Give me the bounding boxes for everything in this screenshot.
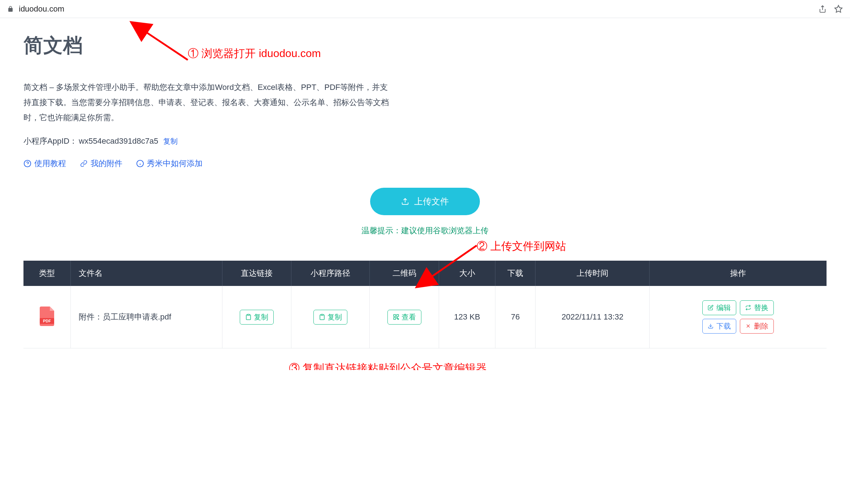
svg-rect-18 <box>396 318 397 318</box>
xiumi-label: 秀米中如何添加 <box>147 158 203 169</box>
downloads-cell: 76 <box>495 286 535 348</box>
share-icon[interactable] <box>818 5 827 13</box>
upload-tip: 温馨提示：建议使用谷歌浏览器上传 <box>361 225 489 236</box>
table-row: PDF 附件：员工应聘申请表.pdf 复制 复制 <box>23 286 827 348</box>
page-content: 简文档 简文档 – 多场景文件管理小助手。帮助您在文章中添加Word文档、Exc… <box>0 18 850 370</box>
appid-value: wx554ecad391d8c7a5 <box>79 136 158 146</box>
view-qrcode-button[interactable]: 查看 <box>387 310 421 325</box>
svg-text:PDF: PDF <box>43 319 51 323</box>
file-type-cell: PDF <box>28 306 66 328</box>
copy-direct-link-button[interactable]: 复制 <box>240 310 274 325</box>
star-icon[interactable] <box>834 5 843 13</box>
svg-rect-17 <box>394 318 395 320</box>
download-icon <box>708 323 714 330</box>
replace-button[interactable]: 替换 <box>740 300 774 315</box>
clipboard-icon <box>245 314 252 320</box>
th-direct-link: 直达链接 <box>222 261 291 286</box>
svg-marker-1 <box>835 5 842 12</box>
upload-button[interactable]: 上传文件 <box>370 188 480 215</box>
th-filename: 文件名 <box>70 261 222 286</box>
upload-button-label: 上传文件 <box>414 196 449 207</box>
filename-cell: 附件：员工应聘申请表.pdf <box>70 286 222 348</box>
svg-rect-14 <box>321 314 323 316</box>
lock-icon <box>7 6 14 12</box>
th-miniprogram: 小程序路径 <box>291 261 370 286</box>
svg-rect-15 <box>394 315 395 317</box>
th-type: 类型 <box>23 261 70 286</box>
xiumi-link[interactable]: 秀米中如何添加 <box>136 158 203 169</box>
tutorial-label: 使用教程 <box>34 158 66 169</box>
upload-time-cell: 2022/11/11 13:32 <box>535 286 650 348</box>
th-downloads: 下载 <box>495 261 535 286</box>
qrcode-icon <box>393 314 399 320</box>
copy-appid-link[interactable]: 复制 <box>163 136 178 146</box>
copy-miniprogram-button[interactable]: 复制 <box>313 310 347 325</box>
link-icon <box>80 160 88 168</box>
th-size: 大小 <box>439 261 495 286</box>
pdf-icon: PDF <box>38 306 56 328</box>
th-upload-time: 上传时间 <box>535 261 650 286</box>
my-files-link[interactable]: 我的附件 <box>80 158 122 169</box>
edit-button[interactable]: 编辑 <box>702 300 736 315</box>
upload-icon <box>401 197 409 205</box>
tutorial-link[interactable]: 使用教程 <box>23 158 66 169</box>
svg-rect-13 <box>247 314 250 316</box>
appid-row: 小程序AppID： wx554ecad391d8c7a5 复制 <box>23 136 827 147</box>
annotation-step2: ② 上传文件到网站 <box>477 239 566 254</box>
browser-address-bar: iduodou.com <box>0 0 850 18</box>
th-qrcode: 二维码 <box>370 261 439 286</box>
swap-icon <box>745 305 752 311</box>
clipboard-icon <box>319 314 325 320</box>
file-table: 类型 文件名 直达链接 小程序路径 二维码 大小 下载 上传时间 操作 PDF <box>23 261 827 348</box>
question-circle-icon <box>23 160 31 168</box>
appid-label: 小程序AppID： <box>23 136 77 147</box>
th-actions: 操作 <box>650 261 827 286</box>
info-circle-icon <box>136 160 144 168</box>
svg-rect-19 <box>398 319 398 320</box>
download-button[interactable]: 下载 <box>702 319 736 334</box>
description: 简文档 – 多场景文件管理小助手。帮助您在文章中添加Word文档、Excel表格… <box>23 80 392 125</box>
size-cell: 123 KB <box>439 286 495 348</box>
url-text[interactable]: iduodou.com <box>19 4 813 14</box>
edit-icon <box>708 305 714 311</box>
my-files-label: 我的附件 <box>91 158 122 169</box>
svg-rect-16 <box>396 315 398 317</box>
delete-button[interactable]: 删除 <box>740 319 774 334</box>
annotation-step3: ③ 复制直达链接粘贴到公众号文章编辑器 <box>289 361 487 370</box>
page-title: 简文档 <box>23 32 827 59</box>
help-links: 使用教程 我的附件 秀米中如何添加 <box>23 158 827 169</box>
close-icon <box>745 323 752 330</box>
upload-section: 上传文件 温馨提示：建议使用谷歌浏览器上传 <box>23 188 827 236</box>
